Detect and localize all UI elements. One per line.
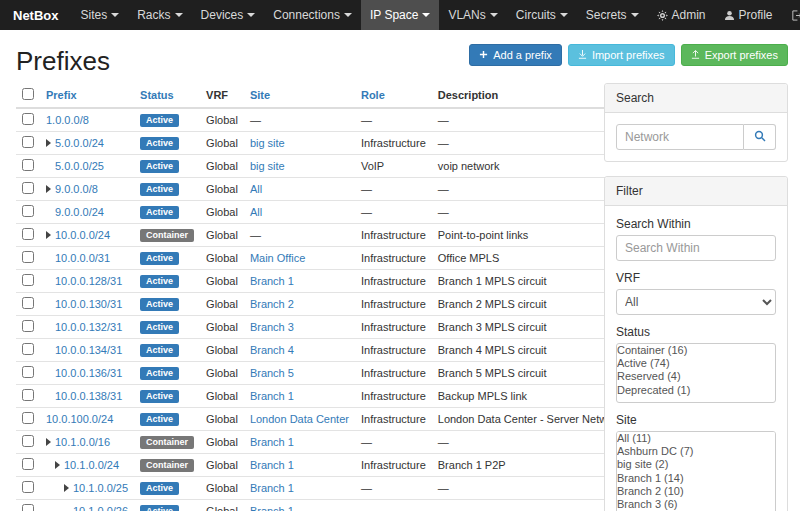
- status-option[interactable]: Active (74): [617, 357, 775, 370]
- row-checkbox[interactable]: [22, 389, 34, 401]
- import-prefixes-button[interactable]: Import prefixes: [568, 44, 675, 66]
- prefix-link[interactable]: 10.1.0.0/24: [64, 459, 119, 471]
- prefix-link[interactable]: 10.1.0.0/16: [55, 436, 110, 448]
- nav-item-admin[interactable]: Admin: [648, 0, 715, 30]
- table-row: 1.0.0.0/8 Active Global — — —: [16, 108, 628, 132]
- row-checkbox[interactable]: [22, 343, 34, 355]
- nav-item-logout[interactable]: Log out: [782, 0, 800, 30]
- site-link[interactable]: Main Office: [250, 252, 305, 264]
- prefix-link[interactable]: 10.0.100.0/24: [46, 413, 113, 425]
- nav-item-sites[interactable]: Sites: [72, 0, 129, 30]
- prefix-link[interactable]: 10.0.0.132/31: [55, 321, 122, 333]
- column-header-vrf: VRF: [206, 89, 228, 101]
- site-link[interactable]: Branch 1: [250, 436, 294, 448]
- filter-panel-title: Filter: [605, 177, 787, 206]
- prefix-link[interactable]: 5.0.0.0/24: [55, 137, 104, 149]
- site-link[interactable]: Branch 3: [250, 321, 294, 333]
- nav-item-racks[interactable]: Racks: [128, 0, 191, 30]
- row-checkbox[interactable]: [22, 228, 34, 240]
- row-checkbox[interactable]: [22, 320, 34, 332]
- site-link[interactable]: Branch 4: [250, 344, 294, 356]
- vrf-cell: Global: [200, 500, 244, 511]
- prefix-link[interactable]: 10.1.0.0/26: [73, 505, 128, 511]
- vrf-cell: Global: [200, 247, 244, 270]
- site-option[interactable]: All (11): [617, 432, 775, 445]
- vrf-cell: Global: [200, 270, 244, 293]
- nav-item-ip-space[interactable]: IP Space: [361, 0, 439, 30]
- nav-item-devices[interactable]: Devices: [192, 0, 265, 30]
- filter-panel: Filter Search Within VRF All Status Cont…: [604, 176, 788, 511]
- table-row: 5.0.0.0/25 Active Global big site VoIP v…: [16, 155, 628, 178]
- nav-item-connections[interactable]: Connections: [264, 0, 361, 30]
- row-checkbox[interactable]: [22, 412, 34, 424]
- status-filter-listbox[interactable]: Container (16) Active (74) Reserved (4) …: [616, 343, 776, 403]
- row-checkbox[interactable]: [22, 435, 34, 447]
- search-button[interactable]: [744, 124, 776, 150]
- site-option[interactable]: Ashburn DC (7): [617, 445, 775, 458]
- prefix-link[interactable]: 9.0.0.0/24: [55, 206, 104, 218]
- row-checkbox[interactable]: [22, 205, 34, 217]
- prefix-link[interactable]: 10.0.0.0/31: [55, 252, 110, 264]
- search-input[interactable]: [616, 124, 744, 150]
- search-within-input[interactable]: [616, 235, 776, 261]
- site-link[interactable]: Branch 1: [250, 505, 294, 511]
- site-link[interactable]: All: [250, 206, 262, 218]
- status-option[interactable]: Container (16): [617, 344, 775, 357]
- brand-link[interactable]: NetBox: [0, 0, 72, 30]
- status-badge: Active: [140, 321, 179, 334]
- prefix-link[interactable]: 10.0.0.130/31: [55, 298, 122, 310]
- column-header-site[interactable]: Site: [250, 89, 270, 101]
- prefix-link[interactable]: 10.1.0.0/25: [73, 482, 128, 494]
- site-link[interactable]: Branch 1: [250, 275, 294, 287]
- prefix-link[interactable]: 10.0.0.128/31: [55, 275, 122, 287]
- add-prefix-button[interactable]: Add a prefix: [469, 44, 562, 66]
- status-option[interactable]: Deprecated (1): [617, 384, 775, 397]
- status-option[interactable]: Reserved (4): [617, 370, 775, 383]
- prefix-link[interactable]: 10.0.0.138/31: [55, 390, 122, 402]
- vrf-select[interactable]: All: [616, 289, 776, 315]
- nav-item-secrets[interactable]: Secrets: [577, 0, 648, 30]
- column-header-role[interactable]: Role: [361, 89, 385, 101]
- nav-item-circuits[interactable]: Circuits: [507, 0, 577, 30]
- row-checkbox[interactable]: [22, 458, 34, 470]
- row-checkbox[interactable]: [22, 113, 34, 125]
- site-link[interactable]: Branch 1: [250, 459, 294, 471]
- site-option[interactable]: Branch 2 (10): [617, 485, 775, 498]
- site-link[interactable]: big site: [250, 160, 285, 172]
- site-link[interactable]: big site: [250, 137, 285, 149]
- column-header-status[interactable]: Status: [140, 89, 174, 101]
- site-filter-listbox[interactable]: All (11) Ashburn DC (7) big site (2) Bra…: [616, 431, 776, 511]
- search-icon: [754, 130, 766, 145]
- prefix-link[interactable]: 10.0.0.134/31: [55, 344, 122, 356]
- site-link[interactable]: Branch 5: [250, 367, 294, 379]
- row-checkbox[interactable]: [22, 297, 34, 309]
- row-checkbox[interactable]: [22, 136, 34, 148]
- row-checkbox[interactable]: [22, 159, 34, 171]
- site-link[interactable]: All: [250, 183, 262, 195]
- prefix-link[interactable]: 10.0.0.0/24: [55, 229, 110, 241]
- row-checkbox[interactable]: [22, 504, 34, 511]
- prefix-link[interactable]: 10.0.0.136/31: [55, 367, 122, 379]
- row-checkbox[interactable]: [22, 251, 34, 263]
- prefix-link[interactable]: 1.0.0.0/8: [46, 114, 89, 126]
- column-header-prefix[interactable]: Prefix: [46, 89, 77, 101]
- row-checkbox[interactable]: [22, 481, 34, 493]
- site-option[interactable]: Branch 1 (14): [617, 472, 775, 485]
- site-option[interactable]: big site (2): [617, 458, 775, 471]
- site-link[interactable]: Branch 1: [250, 390, 294, 402]
- site-option[interactable]: Branch 3 (6): [617, 498, 775, 511]
- row-checkbox[interactable]: [22, 366, 34, 378]
- row-checkbox[interactable]: [22, 182, 34, 194]
- site-link[interactable]: Branch 2: [250, 298, 294, 310]
- expand-icon: [46, 185, 51, 193]
- select-all-checkbox[interactable]: [22, 88, 34, 100]
- export-prefixes-button[interactable]: Export prefixes: [681, 44, 788, 66]
- prefix-link[interactable]: 9.0.0.0/8: [55, 183, 98, 195]
- prefix-link[interactable]: 5.0.0.0/25: [55, 160, 104, 172]
- role-cell: Infrastructure: [355, 293, 432, 316]
- nav-item-vlans[interactable]: VLANs: [439, 0, 506, 30]
- nav-item-profile[interactable]: Profile: [715, 0, 782, 30]
- site-link[interactable]: London Data Center: [250, 413, 349, 425]
- row-checkbox[interactable]: [22, 274, 34, 286]
- site-link[interactable]: Branch 1: [250, 482, 294, 494]
